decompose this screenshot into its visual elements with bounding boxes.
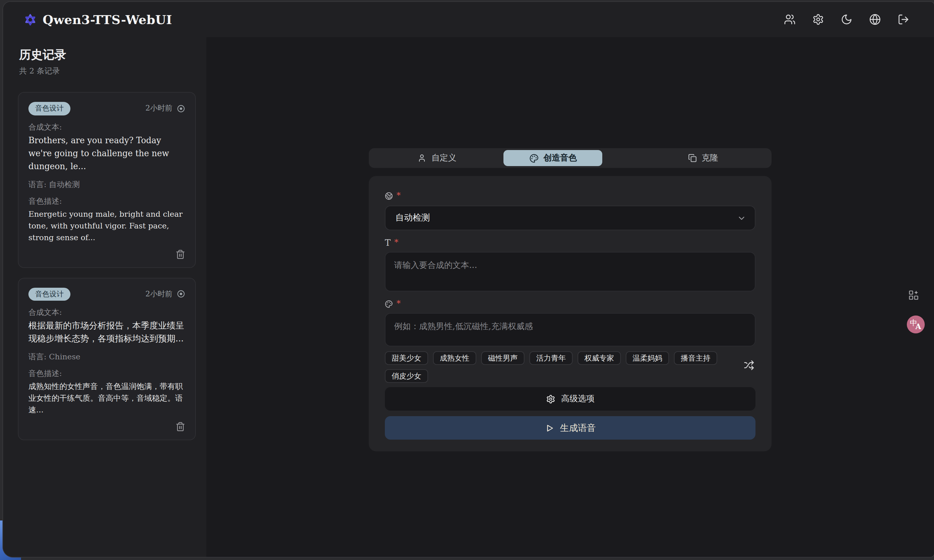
gear-icon xyxy=(546,394,555,403)
tab-custom[interactable]: 自定义 xyxy=(371,150,504,166)
copy-icon xyxy=(688,154,697,162)
mode-tabbar: 自定义 创造音色 克隆 xyxy=(369,148,772,168)
history-card-list: 音色设计 2小时前 合成文本: Brothers, are you ready?… xyxy=(3,92,207,440)
text-field-label: T * xyxy=(385,239,755,247)
header-actions xyxy=(784,2,909,37)
voice-tag[interactable]: 播音主持 xyxy=(674,351,717,365)
active-tab-pill: 创造音色 xyxy=(504,150,603,166)
voice-tag[interactable]: 磁性男声 xyxy=(481,351,524,365)
card-header: 音色设计 2小时前 xyxy=(28,288,185,301)
language-value: 自动检测 xyxy=(49,179,80,189)
generate-speech-button[interactable]: 生成语音 xyxy=(385,416,755,440)
voice-desc-input[interactable] xyxy=(385,313,755,346)
voice-tag[interactable]: 成熟女性 xyxy=(433,351,476,365)
card-meta: 2小时前 xyxy=(145,103,185,114)
grid-sparkle-icon[interactable] xyxy=(908,289,919,301)
voice-desc-label: 音色描述: xyxy=(28,196,185,206)
card-meta: 2小时前 xyxy=(145,289,185,300)
voice-desc-field-label: * xyxy=(385,300,755,308)
translate-icon[interactable]: 中 A xyxy=(907,315,925,334)
language-select-value: 自动检测 xyxy=(395,212,737,223)
language-label: 语言: xyxy=(28,179,46,189)
main-content: 自定义 创造音色 克隆 xyxy=(207,37,934,557)
history-card[interactable]: 音色设计 2小时前 合成文本: Brothers, are you ready?… xyxy=(18,92,196,268)
voice-tag[interactable]: 俏皮少女 xyxy=(385,369,428,383)
advanced-options-label: 高级选项 xyxy=(561,393,595,405)
globe-icon[interactable] xyxy=(869,14,881,25)
card-type-badge: 音色设计 xyxy=(28,288,71,301)
palette-icon xyxy=(529,154,539,163)
settings-icon[interactable] xyxy=(812,14,824,25)
voice-desc-text: Energetic young male, bright and clear t… xyxy=(28,208,185,243)
language-field-label: * xyxy=(385,192,755,200)
qwen-logo-icon xyxy=(23,13,37,26)
users-icon[interactable] xyxy=(784,14,795,25)
tab-label: 克隆 xyxy=(702,152,718,164)
trash-icon[interactable] xyxy=(176,422,185,432)
type-icon: T xyxy=(385,239,391,247)
history-sidebar: 历史记录 共 2 条记录 音色设计 2小时前 xyxy=(3,37,207,557)
shuffle-icon[interactable] xyxy=(744,360,754,371)
synth-text-label: 合成文本: xyxy=(28,308,185,317)
required-mark: * xyxy=(395,238,398,246)
palette-icon xyxy=(385,300,393,308)
voice-tag[interactable]: 活力青年 xyxy=(529,351,573,365)
language-select[interactable]: 自动检测 xyxy=(385,206,755,230)
user-icon xyxy=(418,154,427,162)
required-mark: * xyxy=(396,191,401,199)
language-label: 语言: xyxy=(28,352,46,361)
voice-tag[interactable]: 甜美少女 xyxy=(385,351,428,365)
language-line: 语言: Chinese xyxy=(28,352,185,362)
voice-tag[interactable]: 温柔妈妈 xyxy=(626,351,669,365)
card-actions xyxy=(28,249,185,259)
synth-text-label: 合成文本: xyxy=(28,122,185,132)
history-card[interactable]: 音色设计 2小时前 合成文本: 根据最新的市场分析报告，本季度业绩呈现稳步增长态… xyxy=(18,277,196,440)
play-icon xyxy=(544,423,554,432)
voice-preset-tags: 甜美少女 成熟女性 磁性男声 活力青年 权威专家 温柔妈妈 播音主持 俏皮少女 xyxy=(385,351,755,383)
synthesis-text-input[interactable] xyxy=(385,252,755,291)
trash-icon[interactable] xyxy=(176,249,185,259)
card-type-badge: 音色设计 xyxy=(28,102,71,115)
globe-icon xyxy=(385,192,393,200)
synth-text: Brothers, are you ready? Today we're goi… xyxy=(28,134,185,172)
sidebar-title: 历史记录 xyxy=(19,47,207,62)
eye-icon[interactable] xyxy=(177,105,185,113)
generate-speech-label: 生成语音 xyxy=(560,422,596,434)
card-header: 音色设计 2小时前 xyxy=(28,102,185,115)
tab-label: 创造音色 xyxy=(544,152,577,164)
tab-create-voice[interactable]: 创造音色 xyxy=(504,150,637,166)
tab-label: 自定义 xyxy=(432,152,456,164)
logout-icon[interactable] xyxy=(897,14,909,25)
create-voice-panel: * 自动检测 T * xyxy=(369,176,772,451)
chevron-down-icon xyxy=(737,213,746,223)
app-root: Qwen3-TTS-WebUI xyxy=(0,0,934,560)
required-mark: * xyxy=(396,300,401,308)
app-title: Qwen3-TTS-WebUI xyxy=(43,12,172,27)
voice-tag[interactable]: 权威专家 xyxy=(578,351,621,365)
header: Qwen3-TTS-WebUI xyxy=(3,2,934,37)
synth-text: 根据最新的市场分析报告，本季度业绩呈现稳步增长态势，各项指标均达到预期... xyxy=(28,319,185,345)
translate-en-glyph: A xyxy=(916,323,921,330)
voice-desc-text: 成熟知性的女性声音，音色温润饱满，带有职业女性的干练气质。音高中等，音域稳定。语… xyxy=(28,380,185,415)
advanced-options-button[interactable]: 高级选项 xyxy=(385,387,755,411)
sidebar-record-count: 共 2 条记录 xyxy=(19,66,207,76)
card-timestamp: 2小时前 xyxy=(145,289,173,300)
card-timestamp: 2小时前 xyxy=(145,103,173,114)
eye-icon[interactable] xyxy=(177,290,185,298)
language-line: 语言: 自动检测 xyxy=(28,179,185,189)
app-window: Qwen3-TTS-WebUI xyxy=(3,2,934,557)
language-value: Chinese xyxy=(49,352,80,361)
moon-icon[interactable] xyxy=(841,14,852,25)
card-actions xyxy=(28,422,185,432)
voice-desc-label: 音色描述: xyxy=(28,369,185,378)
tab-clone[interactable]: 克隆 xyxy=(637,150,770,166)
